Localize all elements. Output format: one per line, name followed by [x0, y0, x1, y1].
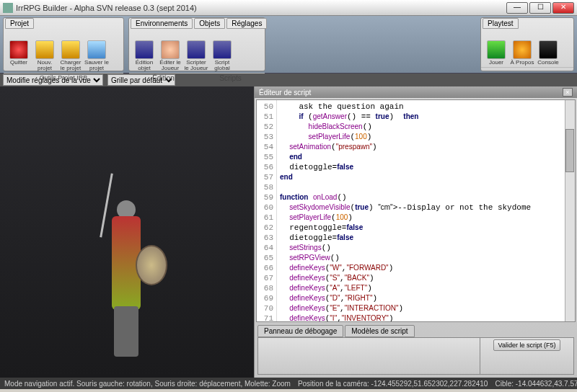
tab-projet[interactable]: Projet — [5, 18, 34, 29]
new-project-button[interactable]: Nouv. projet — [32, 40, 57, 71]
status-bar: Mode navigation actif. Souris gauche: ro… — [0, 378, 577, 389]
ribbon-group-projet: Projet QuitterNouv. projetCharger le pro… — [3, 17, 124, 71]
edit-player-button[interactable]: Éditer le Joueur — [158, 40, 182, 71]
vertical-scrollbar[interactable] — [565, 100, 575, 321]
line-gutter: 5051525354555657585960616263646566676869… — [257, 100, 277, 321]
ribbon-group-edition: EnvironnementsObjetsRéglages Édition obj… — [128, 17, 265, 71]
edit-player-button-icon — [161, 40, 180, 59]
bottom-tab[interactable]: Panneau de débogage — [257, 325, 343, 337]
load-project-button[interactable]: Charger le projet — [58, 40, 83, 71]
ribbon-group-playtest: Playtest JouerÀ ProposConsole — [480, 17, 574, 71]
ribbon-footer-projet: Outils Projet IRB — [4, 73, 123, 82]
quit-button-icon — [9, 40, 28, 59]
tab-playtest[interactable]: Playtest — [483, 18, 519, 29]
play-button[interactable]: Jouer — [484, 40, 508, 66]
code-text[interactable]: ask the question again if (getAnswer() =… — [277, 100, 565, 321]
editor-title: Éditeur de script — [259, 89, 311, 97]
console-button[interactable]: Console — [536, 40, 560, 66]
edit-object-button-icon — [135, 40, 154, 59]
close-button[interactable]: ✕ — [552, 2, 574, 14]
tab-objets[interactable]: Objets — [194, 18, 225, 29]
scrollbar-thumb[interactable] — [565, 129, 574, 172]
global-script-button[interactable]: Script global — [210, 40, 234, 71]
validate-script-button[interactable]: Valider le script (F5) — [493, 339, 561, 351]
player-character — [87, 187, 166, 360]
minimize-button[interactable]: — — [506, 2, 528, 14]
play-button-icon — [487, 40, 506, 59]
window-title: IrrRPG Builder - Alpha SVN release 0.3 (… — [16, 4, 506, 12]
bottom-tab[interactable]: Modèles de script — [345, 325, 414, 337]
load-project-button-icon — [61, 40, 80, 59]
script-player-button[interactable]: Scripter le Joueur — [184, 40, 208, 71]
window-titlebar: IrrRPG Builder - Alpha SVN release 0.3 (… — [0, 0, 577, 16]
edit-object-button[interactable]: Édition objet — [132, 40, 157, 71]
maximize-button[interactable]: ☐ — [529, 2, 551, 14]
about-button[interactable]: À Propos — [510, 40, 534, 66]
editor-close-button[interactable]: × — [563, 88, 573, 97]
3d-viewport[interactable] — [0, 86, 254, 378]
about-button-icon — [513, 40, 532, 59]
console-button-icon — [539, 40, 558, 59]
script-player-button-icon — [187, 40, 206, 59]
save-project-button-icon — [87, 40, 106, 59]
script-editor-pane: Éditeur de script × 50515253545556575859… — [254, 86, 577, 378]
tab-environnements[interactable]: Environnements — [131, 18, 193, 29]
app-icon — [3, 3, 13, 13]
ribbon-toolbar: Projet QuitterNouv. projetCharger le pro… — [0, 16, 577, 74]
quit-button[interactable]: Quitter — [6, 40, 31, 71]
global-script-button-icon — [213, 40, 232, 59]
new-project-button-icon — [35, 40, 54, 59]
tab-réglages[interactable]: Réglages — [226, 18, 267, 29]
save-project-button[interactable]: Sauver le projet — [84, 40, 109, 71]
debug-panel: Valider le script (F5) — [257, 337, 574, 375]
